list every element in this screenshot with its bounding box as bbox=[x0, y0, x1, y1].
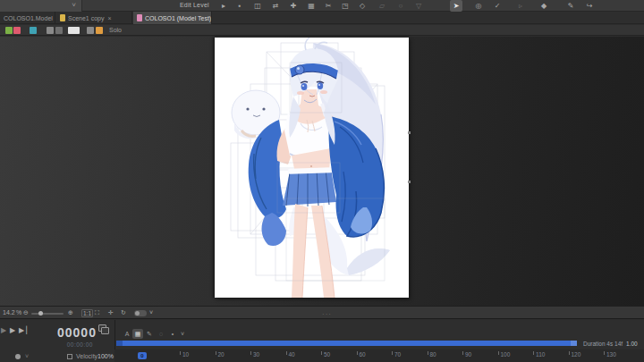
ruler-label: 50 bbox=[324, 351, 330, 358]
tab-model-test[interactable]: COLOSO1 (Model Test) × bbox=[133, 12, 212, 24]
small-arrow-icon[interactable]: ▹ bbox=[514, 0, 527, 12]
record-icon[interactable] bbox=[15, 354, 21, 359]
grid-track-icon[interactable]: ▦ bbox=[132, 329, 143, 339]
fit-view-icon[interactable]: ⛶ bbox=[95, 309, 99, 316]
ruler-label: 100 bbox=[501, 351, 511, 358]
ruler-label: 110 bbox=[536, 351, 545, 358]
ruler-label: 20 bbox=[218, 351, 225, 358]
tool-orange-icon[interactable] bbox=[96, 27, 103, 34]
quickbar: Solo bbox=[0, 25, 644, 36]
zoom-in-icon[interactable]: ⊕ bbox=[68, 309, 73, 316]
timecode-frames: 00000 bbox=[57, 325, 93, 340]
stop-tool-icon[interactable]: ▪ bbox=[233, 0, 246, 12]
tab-model[interactable]: COLOSO1.Model × bbox=[0, 12, 55, 24]
frames-tool-icon[interactable]: ◫ bbox=[251, 0, 264, 12]
ruler-label: 70 bbox=[394, 351, 401, 358]
pen-tool-icon[interactable]: ✎ bbox=[564, 0, 577, 12]
actual-size-button[interactable]: 1:1 bbox=[81, 309, 93, 317]
deform-tool-icon[interactable]: ◳ bbox=[339, 0, 352, 12]
check-tool-icon[interactable]: ✓ bbox=[491, 0, 504, 12]
percent-label: % bbox=[16, 309, 21, 316]
duration-value: 1.00 bbox=[626, 341, 638, 347]
velocity-value[interactable]: 100% bbox=[97, 353, 114, 359]
target-tool-icon[interactable]: ◎ bbox=[472, 0, 485, 12]
scenes-icon[interactable] bbox=[98, 324, 110, 334]
circle-track-icon[interactable]: ◌ bbox=[156, 329, 166, 339]
canvas-viewport[interactable] bbox=[0, 37, 644, 306]
tool-gray3-icon[interactable] bbox=[87, 27, 94, 34]
selection-handle[interactable] bbox=[408, 131, 411, 134]
layer-red-icon[interactable] bbox=[13, 27, 21, 34]
velocity-label: Velocity bbox=[76, 353, 97, 359]
duration-bar-start[interactable] bbox=[116, 341, 123, 346]
selection-handle[interactable] bbox=[408, 181, 411, 183]
skip-start-button[interactable]: ▶ bbox=[1, 326, 8, 334]
chevron-down-icon[interactable]: ˅ bbox=[25, 353, 29, 359]
layer-teal-icon[interactable] bbox=[30, 27, 37, 34]
layer-green-icon[interactable] bbox=[5, 27, 13, 34]
play-tool-icon[interactable]: ▸ bbox=[217, 0, 230, 12]
zoom-out-icon[interactable]: ⊖ bbox=[23, 309, 29, 316]
pen-track-icon[interactable]: ✎ bbox=[144, 329, 155, 339]
chevron-down-icon[interactable]: ˅ bbox=[149, 309, 153, 316]
tool-gray1-icon[interactable] bbox=[47, 27, 54, 34]
artboard[interactable] bbox=[215, 38, 409, 298]
zoom-percent-value[interactable]: 14.2 bbox=[3, 309, 15, 316]
zoom-slider-knob[interactable] bbox=[38, 311, 43, 316]
file-icon bbox=[60, 14, 65, 21]
tab-label: COLOSO1 (Model Test) bbox=[145, 15, 211, 21]
cut-tool-icon[interactable]: ✂ bbox=[322, 0, 335, 12]
tab-label: COLOSO1.Model bbox=[4, 15, 53, 21]
character-illustration bbox=[215, 38, 409, 298]
ruler-label: 10 bbox=[182, 351, 189, 358]
tool-gray2-icon[interactable] bbox=[55, 27, 63, 34]
ruler-label: 120 bbox=[572, 351, 581, 358]
badge-white-icon[interactable] bbox=[68, 27, 80, 34]
skip-end-button[interactable]: ▶▏ bbox=[19, 326, 33, 334]
ruler-label: 130 bbox=[606, 351, 616, 358]
play-button[interactable]: ▶ bbox=[10, 326, 17, 334]
timecode-smpte: 00:00:00 bbox=[54, 341, 93, 348]
ruler-label: 80 bbox=[430, 351, 436, 358]
move-tool-icon[interactable]: ✚ bbox=[287, 0, 300, 12]
edit-level-label[interactable]: Edit Level bbox=[180, 2, 209, 8]
ruler-label: 40 bbox=[289, 351, 295, 358]
ruler-label: 30 bbox=[253, 351, 259, 358]
circle-tool-icon[interactable]: ○ bbox=[394, 0, 407, 12]
solo-label[interactable]: Solo bbox=[109, 27, 122, 33]
ruler-label: 60 bbox=[360, 351, 366, 358]
chevron-down-icon: ˅ bbox=[72, 1, 76, 9]
mesh-tool-icon[interactable]: ▦ bbox=[305, 0, 318, 12]
zoom-slider[interactable] bbox=[31, 313, 64, 315]
panel-resize-grip[interactable]: ··· bbox=[322, 310, 332, 318]
tri-tool-icon[interactable]: ▽ bbox=[412, 0, 425, 12]
chevron-track-icon[interactable]: ˅ bbox=[177, 329, 188, 339]
file-icon bbox=[137, 14, 142, 21]
warp-tool-icon[interactable]: ▱ bbox=[376, 0, 388, 12]
swap-tool-icon[interactable]: ⇄ bbox=[269, 0, 282, 12]
redo-tool-icon[interactable]: ↪ bbox=[583, 0, 596, 12]
keyframe-icon[interactable] bbox=[67, 354, 72, 359]
duration-bar-end[interactable] bbox=[571, 341, 577, 346]
shape-tool-icon[interactable]: ◆ bbox=[538, 0, 550, 12]
rotate-view-icon[interactable]: ↻ bbox=[121, 309, 126, 316]
view-toggle[interactable] bbox=[134, 310, 147, 316]
workspace-select[interactable]: ˅ bbox=[0, 0, 82, 12]
app-window: ˅ Edit Level ▸▪◫⇄✚▦✂◳◇▱○▽➤◎✓▹◆✎↪ COLOSO1… bbox=[0, 0, 644, 362]
scene-duration-bar[interactable] bbox=[116, 341, 577, 346]
frame-ruler[interactable]: 102030405060708090100110120130 bbox=[114, 349, 644, 362]
tabbar: COLOSO1.Model × Scene1 copy × COLOSO1 (M… bbox=[0, 12, 644, 24]
ruler-label: 90 bbox=[465, 351, 471, 358]
toggle-dot bbox=[135, 311, 140, 316]
menubar: ˅ Edit Level ▸▪◫⇄✚▦✂◳◇▱○▽➤◎✓▹◆✎↪ bbox=[0, 0, 644, 12]
frame-front bbox=[101, 327, 109, 334]
tab-scene1-copy[interactable]: Scene1 copy × bbox=[56, 12, 132, 24]
center-view-icon[interactable]: ✛ bbox=[108, 309, 114, 316]
tab-label: Scene1 copy bbox=[68, 15, 104, 21]
close-icon[interactable]: × bbox=[107, 15, 111, 21]
diamond-tool-icon[interactable]: ◇ bbox=[356, 0, 369, 12]
text-track-icon[interactable]: A bbox=[122, 329, 132, 339]
select-arrow-icon[interactable]: ➤ bbox=[450, 0, 462, 12]
timeline-panel: ▶ ▶ ▶▏ 00000 00:00:00 A▦✎◌•˅ Duration 4s… bbox=[0, 320, 644, 362]
playhead-marker[interactable]: 0 bbox=[138, 352, 147, 359]
